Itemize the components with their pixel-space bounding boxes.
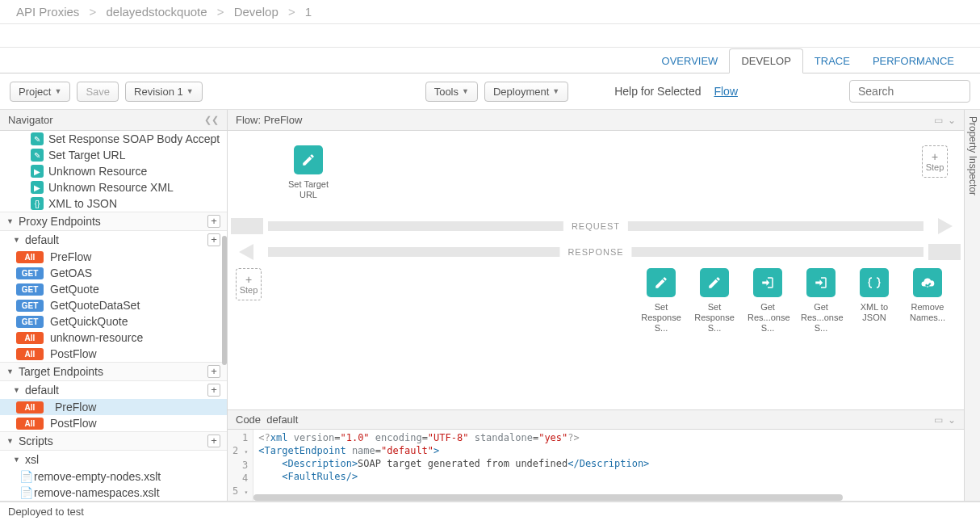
flow-step[interactable]: Set Response S...	[641, 268, 681, 334]
policy-icon: ▶	[31, 165, 44, 178]
proxy-endpoints-section[interactable]: ▼Proxy Endpoints+	[0, 212, 227, 231]
flow-item[interactable]: GETGetQuoteDataSet	[0, 297, 227, 313]
policy-icon: ✎	[31, 132, 44, 145]
flow-item[interactable]: GETGetOAS	[0, 265, 227, 281]
layout-icon[interactable]: ▭	[934, 115, 943, 126]
edit-icon	[700, 268, 729, 297]
policy-icon: {}	[31, 197, 44, 210]
breadcrumb-item: 1	[305, 5, 312, 19]
flow-canvas: Flow: PreFlow ▭⌄ Set Target URL +Step RE…	[228, 110, 964, 501]
tab-develop[interactable]: DEVELOP	[729, 48, 802, 73]
flow-item[interactable]: AllPostFlow	[0, 415, 227, 431]
code-editor[interactable]: 12 ▾345 ▾ <?xml version="1.0" encoding="…	[228, 430, 964, 501]
property-inspector[interactable]: Property Inspector	[964, 110, 980, 501]
json-icon	[860, 268, 889, 297]
breadcrumb-item[interactable]: delayedstockquote	[106, 5, 207, 19]
flow-step[interactable]: Get Res...onse S...	[748, 268, 788, 334]
edit-icon	[647, 268, 676, 297]
tools-dropdown[interactable]: Tools▼	[425, 82, 478, 102]
collapse-nav-icon[interactable]: ❮❮	[204, 115, 219, 125]
help-link[interactable]: Flow	[714, 85, 738, 98]
toolbar: Project▼ Save Revision 1▼ Tools▼ Deploym…	[0, 73, 980, 110]
request-bar: REQUEST	[268, 221, 923, 231]
breadcrumb-item[interactable]: Develop	[234, 5, 279, 19]
cloud-icon	[913, 268, 942, 297]
deployment-dropdown[interactable]: Deployment▼	[484, 82, 568, 102]
policy-icon: ✎	[31, 149, 44, 162]
scripts-folder[interactable]: ▼xsl	[0, 451, 227, 468]
policy-item[interactable]: ▶Unknown Resource	[0, 163, 227, 179]
navigator-panel: Navigator ❮❮ ✎Set Response SOAP Body Acc…	[0, 110, 228, 501]
flow-item-selected[interactable]: AllPreFlow	[0, 399, 227, 415]
project-dropdown[interactable]: Project▼	[10, 82, 70, 102]
arrow-icon	[806, 268, 836, 297]
chevron-down-icon[interactable]: ⌄	[948, 115, 956, 126]
target-default[interactable]: ▼default+	[0, 381, 227, 399]
code-header: Code default ▭⌄	[228, 409, 964, 430]
file-icon: 📄	[19, 486, 29, 499]
flow-step[interactable]: Get Res...onse S...	[801, 268, 841, 334]
breadcrumb-sep: >	[288, 5, 295, 19]
add-flow[interactable]: +	[207, 384, 220, 397]
search-input[interactable]	[849, 80, 970, 103]
help-text: Help for Selected Flow	[614, 85, 738, 98]
target-endpoints-section[interactable]: ▼Target Endpoints+	[0, 362, 227, 381]
add-target-endpoint[interactable]: +	[207, 365, 220, 378]
breadcrumb: API Proxies > delayedstockquote > Develo…	[0, 0, 980, 24]
policy-item[interactable]: ✎Set Response SOAP Body Accept	[0, 131, 227, 147]
file-icon: 📄	[19, 470, 29, 483]
navigator-header: Navigator ❮❮	[0, 110, 227, 131]
save-button[interactable]: Save	[77, 82, 119, 102]
breadcrumb-sep: >	[217, 5, 224, 19]
tab-trace[interactable]: TRACE	[803, 49, 861, 73]
line-gutter: 12 ▾345 ▾	[228, 430, 253, 501]
bar-end	[928, 244, 961, 260]
add-flow[interactable]: +	[207, 233, 220, 246]
policy-icon: ▶	[31, 181, 44, 194]
add-script[interactable]: +	[207, 435, 220, 447]
arrow-left-icon	[239, 244, 253, 260]
tab-overview[interactable]: OVERVIEW	[651, 49, 730, 73]
add-step-request[interactable]: +Step	[922, 145, 948, 178]
flow-item[interactable]: Allunknown-resource	[0, 330, 227, 346]
flow-item[interactable]: GETGetQuote	[0, 281, 227, 297]
breadcrumb-sep: >	[90, 5, 97, 19]
breadcrumb-item[interactable]: API Proxies	[16, 5, 79, 19]
flow-step[interactable]: Set Target URL	[288, 145, 329, 200]
flow-header: Flow: PreFlow ▭⌄	[228, 110, 964, 131]
arrow-icon	[753, 268, 782, 297]
proxy-default[interactable]: ▼default+	[0, 231, 227, 249]
add-step-response[interactable]: +Step	[236, 268, 262, 300]
response-bar: RESPONSE	[268, 247, 923, 257]
arrow-right-icon	[938, 218, 953, 234]
tab-performance[interactable]: PERFORMANCE	[861, 49, 965, 73]
flow-step[interactable]: Set Response S...	[694, 268, 735, 334]
policy-item[interactable]: {}XML to JSON	[0, 195, 227, 212]
tab-bar: OVERVIEW DEVELOP TRACE PERFORMANCE	[0, 48, 980, 73]
flow-item[interactable]: AllPostFlow	[0, 346, 227, 362]
chevron-down-icon[interactable]: ⌄	[948, 414, 956, 426]
status-bar: Deployed to test	[0, 502, 980, 521]
revision-dropdown[interactable]: Revision 1▼	[125, 82, 203, 102]
script-file[interactable]: 📄remove-namespaces.xslt	[0, 485, 227, 501]
policy-item[interactable]: ✎Set Target URL	[0, 147, 227, 163]
edit-icon	[294, 145, 323, 174]
flow-step[interactable]: Remove Names...	[907, 268, 948, 334]
flow-item[interactable]: GETGetQuickQuote	[0, 313, 227, 330]
policy-item[interactable]: ▶Unknown Resource XML	[0, 179, 227, 195]
bar-start	[231, 218, 263, 234]
script-file[interactable]: 📄remove-empty-nodes.xslt	[0, 468, 227, 485]
flow-item[interactable]: AllPreFlow	[0, 249, 227, 265]
code-text[interactable]: <?xml version="1.0" encoding="UTF-8" sta…	[253, 430, 964, 501]
layout-icon[interactable]: ▭	[934, 414, 943, 426]
scripts-section[interactable]: ▼Scripts+	[0, 431, 227, 451]
scrollbar[interactable]	[222, 236, 227, 365]
add-proxy-endpoint[interactable]: +	[207, 215, 220, 228]
flow-step[interactable]: XML to JSON	[854, 268, 894, 334]
horizontal-scrollbar[interactable]	[253, 494, 843, 501]
